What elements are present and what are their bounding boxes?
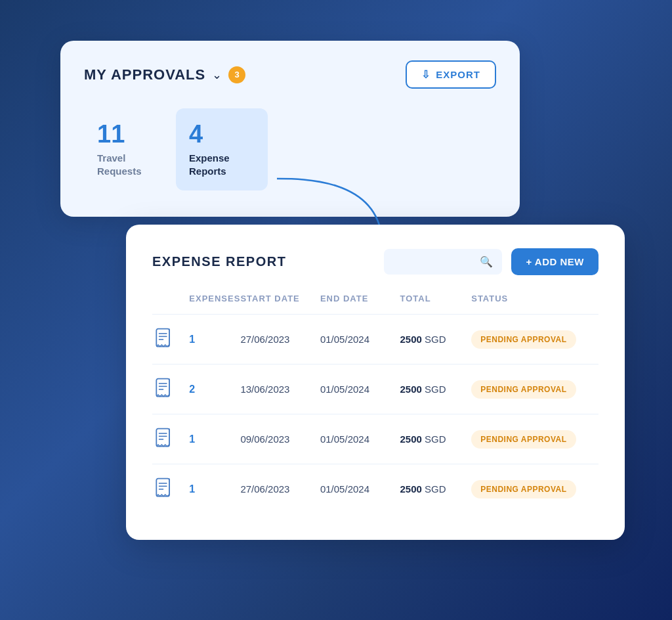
status-cell: PENDING APPROVAL — [471, 414, 598, 464]
expense-icon-cell — [152, 365, 189, 414]
expense-number: 1 — [189, 414, 240, 464]
expense-report-card: EXPENSE REPORT 🔍 + ADD NEW EXPENSES STAR… — [126, 225, 625, 540]
start-date: 13/06/2023 — [240, 365, 320, 414]
travel-count: 11 — [97, 122, 150, 146]
expense-report-title: EXPENSE REPORT — [152, 254, 286, 269]
start-date: 09/06/2023 — [240, 414, 320, 464]
export-label: EXPORT — [436, 69, 480, 80]
approvals-card: MY APPROVALS ⌄ 3 ⇩ EXPORT 11 TravelReque… — [60, 41, 520, 217]
table-row[interactable]: 127/06/202301/05/20242500 SGDPENDING APP… — [152, 315, 598, 365]
receipt-icon — [152, 376, 176, 400]
status-cell: PENDING APPROVAL — [471, 315, 598, 365]
expense-icon-cell — [152, 315, 189, 365]
svg-rect-13 — [156, 479, 169, 497]
end-date: 01/05/2024 — [320, 414, 400, 464]
status-cell: PENDING APPROVAL — [471, 365, 598, 414]
svg-rect-1 — [156, 329, 169, 347]
start-date: 27/06/2023 — [240, 315, 320, 365]
header-right: 🔍 + ADD NEW — [384, 248, 598, 275]
start-date: 27/06/2023 — [240, 464, 320, 514]
total-amount: 2500 SGD — [400, 365, 471, 414]
status-badge: PENDING APPROVAL — [471, 330, 576, 349]
status-badge: PENDING APPROVAL — [471, 430, 576, 449]
approvals-badge: 3 — [228, 66, 245, 83]
travel-label: TravelRequests — [97, 152, 150, 177]
search-icon: 🔍 — [480, 255, 493, 268]
search-box[interactable]: 🔍 — [384, 249, 502, 275]
expense-report-header: EXPENSE REPORT 🔍 + ADD NEW — [152, 248, 598, 275]
expense-label: ExpenseReports — [189, 152, 242, 177]
table-row[interactable]: 213/06/202301/05/20242500 SGDPENDING APP… — [152, 365, 598, 414]
total-amount: 2500 SGD — [400, 414, 471, 464]
total-amount: 2500 SGD — [400, 464, 471, 514]
export-button[interactable]: ⇩ EXPORT — [406, 60, 496, 89]
scene: MY APPROVALS ⌄ 3 ⇩ EXPORT 11 TravelReque… — [41, 28, 631, 592]
table-row[interactable]: 109/06/202301/05/20242500 SGDPENDING APP… — [152, 414, 598, 464]
expense-number: 1 — [189, 464, 240, 514]
stat-expense[interactable]: 4 ExpenseReports — [176, 108, 268, 190]
col-header-expenses: EXPENSES — [189, 294, 240, 315]
add-new-button[interactable]: + ADD NEW — [511, 248, 598, 275]
status-badge: PENDING APPROVAL — [471, 480, 576, 498]
col-header-end: END DATE — [320, 294, 400, 315]
end-date: 01/05/2024 — [320, 315, 400, 365]
expense-number: 1 — [189, 315, 240, 365]
approvals-header: MY APPROVALS ⌄ 3 ⇩ EXPORT — [84, 60, 496, 89]
svg-rect-5 — [156, 379, 169, 397]
approvals-title-wrap: MY APPROVALS ⌄ 3 — [84, 66, 245, 83]
table-row[interactable]: 127/06/202301/05/20242500 SGDPENDING APP… — [152, 464, 598, 514]
chevron-down-icon: ⌄ — [212, 68, 222, 82]
download-icon: ⇩ — [421, 68, 430, 81]
svg-rect-9 — [156, 429, 169, 447]
expense-number: 2 — [189, 365, 240, 414]
receipt-icon — [152, 476, 176, 500]
search-input[interactable] — [393, 257, 474, 267]
expense-table: EXPENSES START DATE END DATE TOTAL STATU… — [152, 294, 598, 514]
col-header-icon — [152, 294, 189, 315]
receipt-icon — [152, 326, 176, 350]
stat-travel[interactable]: 11 TravelRequests — [84, 108, 176, 190]
expense-table-body: 127/06/202301/05/20242500 SGDPENDING APP… — [152, 315, 598, 514]
stats-row: 11 TravelRequests 4 ExpenseReports — [84, 108, 496, 190]
col-header-status: STATUS — [471, 294, 598, 315]
status-cell: PENDING APPROVAL — [471, 464, 598, 514]
table-header-row: EXPENSES START DATE END DATE TOTAL STATU… — [152, 294, 598, 315]
status-badge: PENDING APPROVAL — [471, 380, 576, 399]
receipt-icon — [152, 426, 176, 450]
approvals-title: MY APPROVALS — [84, 66, 205, 83]
expense-count: 4 — [189, 122, 242, 146]
col-header-total: TOTAL — [400, 294, 471, 315]
end-date: 01/05/2024 — [320, 365, 400, 414]
expense-icon-cell — [152, 414, 189, 464]
expense-icon-cell — [152, 464, 189, 514]
col-header-start: START DATE — [240, 294, 320, 315]
end-date: 01/05/2024 — [320, 464, 400, 514]
total-amount: 2500 SGD — [400, 315, 471, 365]
